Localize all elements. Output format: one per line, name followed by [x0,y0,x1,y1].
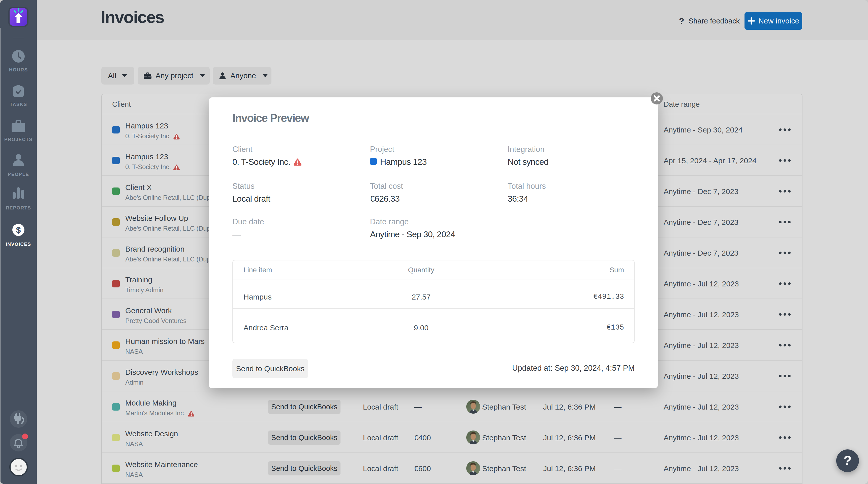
svg-text:$: $ [16,225,21,235]
